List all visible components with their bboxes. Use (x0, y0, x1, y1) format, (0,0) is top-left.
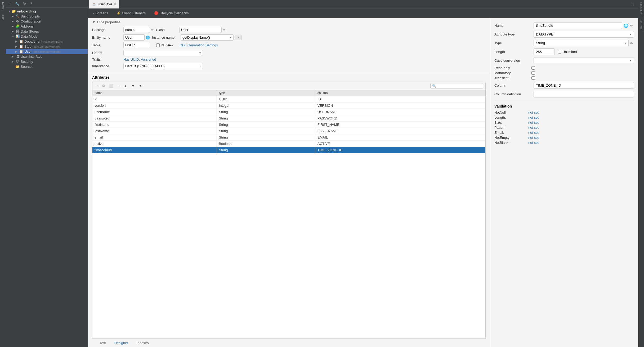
table-row[interactable]: lastNameStringLAST_NAME (92, 128, 485, 134)
table-row[interactable]: firstNameStringFIRST_NAME (92, 122, 485, 128)
table-row[interactable]: activeBooleanACTIVE (92, 141, 485, 147)
help-icon[interactable]: ? (29, 1, 33, 6)
table-input[interactable] (123, 42, 150, 48)
event-listeners-nav-button[interactable]: ⚡ Event Listeners (114, 10, 148, 16)
inheritance-select[interactable]: Default (SINGLE_TABLE) (123, 63, 203, 69)
entity-instance-row: Entity name 🌐 Instance name getDisplayNa… (92, 34, 486, 41)
table-row[interactable]: usernameStringUSERNAME (92, 109, 485, 115)
tree-item-addons[interactable]: ▶ 🧩 Add-ons (6, 24, 88, 29)
tab-text[interactable]: Text (95, 339, 110, 347)
case-conversion-select[interactable] (534, 57, 634, 64)
attribute-type-row: Attribute type DATATYPE (494, 31, 634, 38)
read-only-checkbox[interactable] (531, 66, 535, 70)
type-edit-icon[interactable]: ✏ (630, 41, 634, 46)
edit-icon[interactable]: ✏ (223, 28, 226, 32)
bookmarks-label[interactable]: Bookmarks (639, 0, 643, 17)
tab-user-java[interactable]: ☕ User.java ✕ (89, 0, 119, 8)
tab-designer[interactable]: Designer (110, 339, 132, 347)
jmix-label[interactable]: Jmix (1, 12, 5, 22)
attribute-search-input[interactable] (430, 83, 483, 88)
mandatory-checkbox[interactable] (531, 71, 535, 75)
not-blank-value[interactable]: not set (528, 141, 634, 145)
table-row[interactable]: versionIntegerVERSION (92, 103, 485, 109)
pattern-value[interactable]: not set (528, 126, 634, 130)
table-cell-column: LAST_NAME (315, 128, 485, 134)
tree-item-user-interface[interactable]: ▶ 🖥 User Interface (6, 54, 88, 59)
type-select[interactable]: String (534, 40, 629, 46)
transient-row: Transient (494, 76, 634, 80)
tree-item-data-stores[interactable]: ▶ 🗄 Data Stores (6, 29, 88, 34)
tab-indexes[interactable]: Indexes (132, 339, 153, 347)
add-button[interactable]: + (8, 1, 12, 6)
tree-item-onboarding[interactable]: ▼ 📁 onboarding (6, 9, 88, 14)
structure-label[interactable]: Structure (639, 17, 643, 33)
length-input[interactable] (534, 48, 555, 55)
attributes-section: Attributes + ⧉ ⬜ − ▲ ▼ 👁 (88, 73, 490, 347)
refresh-icon[interactable]: ↻ (22, 1, 27, 6)
parent-select[interactable] (123, 50, 203, 56)
parent-row: Parent (92, 50, 486, 56)
remove-attribute-button[interactable]: − (116, 83, 121, 89)
tree-item-step[interactable]: ▶ 📋 Step (com.company.onboa (6, 44, 88, 49)
tree-label-user-interface: User Interface (21, 55, 42, 59)
project-label[interactable]: Project (1, 0, 5, 12)
divider (494, 101, 634, 101)
close-icon[interactable]: ✕ (114, 2, 116, 6)
ddl-settings-link[interactable]: DDL Generation Settings (180, 43, 218, 47)
name-input[interactable] (534, 22, 622, 29)
email-value[interactable]: not set (528, 131, 634, 135)
package-label: Package (92, 28, 121, 32)
tree-item-department[interactable]: ▶ 📋 Department (com.company. (6, 39, 88, 44)
copy-attribute-button[interactable]: ⧉ (101, 83, 106, 89)
add-attribute-button[interactable]: + (95, 83, 100, 89)
eye-button[interactable]: 👁 (137, 83, 144, 89)
entity-name-input[interactable] (123, 34, 145, 41)
table-row[interactable]: emailStringEMAIL (92, 134, 485, 141)
length-validation-value[interactable]: not set (528, 115, 634, 119)
move-attribute-button[interactable]: ⬜ (108, 83, 115, 89)
table-cell-type: String (217, 134, 315, 141)
tree-item-security[interactable]: ▶ 🛡 Security (6, 59, 88, 64)
globe-icon[interactable]: 🌐 (623, 23, 629, 28)
column-definition-input[interactable] (534, 91, 634, 97)
column-input[interactable] (534, 82, 634, 89)
size-value[interactable]: not set (528, 121, 634, 124)
hide-properties-header[interactable]: ▼ Hide properties (92, 20, 486, 24)
screens-nav-button[interactable]: ▪ Screens (91, 10, 110, 16)
move-up-button[interactable]: ▲ (122, 83, 129, 89)
db-view-checkbox[interactable] (156, 43, 160, 47)
table-cell-type: String (217, 122, 315, 128)
package-input[interactable] (123, 27, 150, 33)
not-empty-value[interactable]: not set (528, 136, 634, 140)
not-null-value[interactable]: not set (528, 110, 634, 114)
edit-icon[interactable]: ✏ (151, 28, 154, 32)
lifecycle-callbacks-nav-button[interactable]: 🔴 Lifecycle Callbacks (152, 10, 191, 16)
attribute-type-select[interactable]: DATATYPE (534, 31, 634, 38)
table-row[interactable]: timeZoneIdStringTIME_ZONE_ID (92, 147, 485, 153)
tree-item-sources[interactable]: ▶ 📂 Sources (6, 64, 88, 69)
instance-arrow-button[interactable]: → (235, 35, 241, 40)
tree-item-user[interactable]: ▶ 📋 User (com.company.onboa (6, 49, 88, 54)
table-cell-column: ACTIVE (315, 141, 485, 147)
unlimited-checkbox[interactable] (558, 50, 561, 54)
tree-label-security: Security (21, 60, 33, 64)
class-input[interactable] (179, 27, 222, 33)
tree-item-build-scripts[interactable]: ▶ 🔨 Build Scripts (6, 14, 88, 19)
tree-item-configuration[interactable]: ▶ ⚙ Configuration (6, 19, 88, 24)
edit-icon[interactable]: ✏ (630, 23, 634, 28)
folder-icon: 📁 (12, 9, 16, 13)
tree-item-data-model[interactable]: ▼ 📊 Data Model (6, 34, 88, 39)
transient-checkbox[interactable] (531, 76, 535, 80)
wrench-icon[interactable]: 🔧 (14, 1, 20, 6)
length-label: Length (494, 50, 531, 54)
tab-more-icon[interactable]: ⋮ (629, 2, 637, 6)
table-cell-name: id (92, 96, 217, 103)
table-cell-column: ID (315, 96, 485, 103)
traits-value[interactable]: Has UUID, Versioned (123, 57, 156, 61)
table-row[interactable]: passwordStringPASSWORD (92, 115, 485, 122)
move-down-button[interactable]: ▼ (130, 83, 136, 89)
package-input-wrap: ✏ (123, 27, 154, 33)
table-row[interactable]: idUUIDID (92, 96, 485, 103)
globe-icon[interactable]: 🌐 (146, 35, 150, 39)
instance-name-select[interactable]: getDisplayName() (181, 34, 234, 41)
